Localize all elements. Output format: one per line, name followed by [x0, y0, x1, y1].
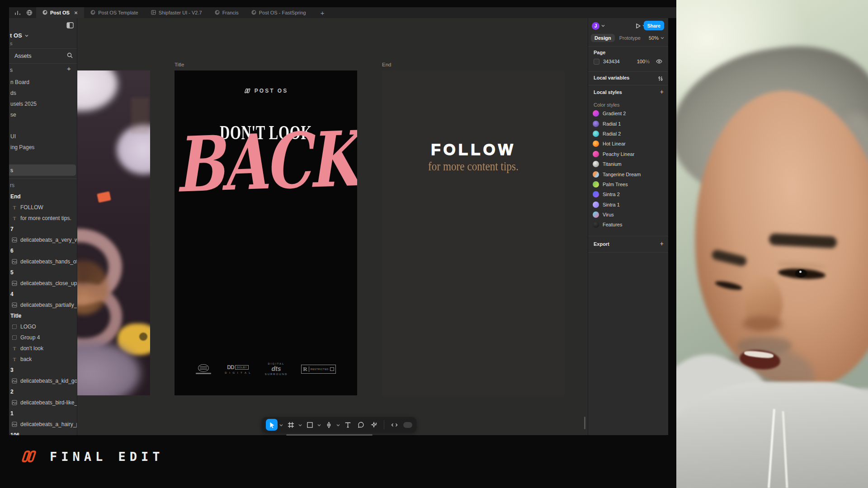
close-icon[interactable]: ✕	[74, 10, 78, 15]
color-style-row[interactable]: Gradient 2	[588, 108, 668, 118]
poster-frame[interactable]: POST OS DON'T LOOK BACK DD DOLBY D I G I…	[175, 70, 357, 395]
layer-row[interactable]: Tback	[9, 354, 77, 365]
chart-icon[interactable]	[14, 9, 21, 16]
layer-row[interactable]: Tdon't look	[9, 343, 77, 354]
tab-francis[interactable]: Francis	[208, 7, 245, 18]
avatar[interactable]: J	[592, 22, 599, 30]
eye-icon[interactable]	[656, 58, 662, 65]
move-tool[interactable]	[266, 419, 278, 431]
layer-row[interactable]: delicatebeats_a_hairy_purple_mo	[9, 419, 77, 430]
layer-row[interactable]: Title	[9, 310, 77, 321]
color-style-row[interactable]: Radial 2	[588, 129, 668, 139]
export-row[interactable]: Export	[594, 241, 609, 247]
layer-row[interactable]: delicatebeats_close_up_of_the_bo	[9, 278, 77, 289]
page-item[interactable]: usels 2025	[9, 99, 77, 109]
page-color-swatch[interactable]	[594, 59, 599, 65]
add-style-button[interactable]: +	[660, 88, 664, 95]
layer-row[interactable]: Group 4	[9, 332, 77, 343]
horizontal-scrollbar[interactable]	[286, 434, 373, 436]
add-page-button[interactable]: +	[67, 65, 71, 72]
search-icon[interactable]	[67, 52, 73, 58]
page-item-selected[interactable]: s	[9, 164, 76, 176]
artwork-thumbnail[interactable]	[77, 70, 150, 395]
tab-prototype[interactable]: Prototype	[619, 35, 641, 41]
layer-row[interactable]: delicatebeats_a_kid_going_up_sta	[9, 375, 77, 386]
color-style-row[interactable]: Sintra 2	[588, 189, 668, 199]
layer-row[interactable]: End	[9, 191, 77, 202]
file-icon	[90, 10, 95, 16]
color-style-row[interactable]: Titanium	[588, 159, 668, 169]
layer-row[interactable]: delicatebeats_bird-like_feet_of_a_	[9, 397, 77, 408]
page-item[interactable]: n Board	[9, 77, 77, 88]
chevron-down-icon[interactable]	[336, 421, 340, 429]
page-color-hex[interactable]: 343434	[603, 59, 620, 64]
panel-toggle-icon[interactable]	[66, 22, 74, 28]
text-tool[interactable]	[342, 419, 354, 431]
file-title[interactable]: t OS	[10, 32, 29, 39]
layer-row[interactable]: 5	[9, 267, 77, 278]
chevron-down-icon[interactable]	[317, 421, 321, 429]
local-variables-row[interactable]: Local variables	[594, 75, 630, 80]
globe-icon[interactable]	[26, 9, 33, 16]
layer-row[interactable]: Tfor more content tips.	[9, 213, 77, 224]
layer-row[interactable]: 7	[9, 224, 77, 235]
play-icon[interactable]	[635, 23, 641, 29]
layer-row[interactable]: LOGO	[9, 321, 77, 332]
share-button[interactable]: Share	[644, 21, 664, 30]
text-icon: T	[12, 346, 17, 351]
page-item[interactable]: ing Pages	[9, 142, 77, 153]
zoom-control[interactable]: 50%	[649, 35, 665, 41]
layer-label: 5	[10, 269, 14, 276]
actions-tool[interactable]	[368, 419, 380, 431]
shape-tool[interactable]	[304, 419, 316, 431]
layer-row[interactable]: delicatebeats_hands_of_a_boy_	[9, 256, 77, 267]
canvas[interactable]: Title POST OS DON'T LOOK BACK DD DOLBY D	[77, 18, 588, 435]
tab-shipfaster-ui-v2-7[interactable]: Shipfaster UI - V2.7	[145, 7, 208, 18]
tab-post-os-fastspring[interactable]: Post OS - FastSpring	[245, 7, 312, 18]
chevron-down-icon[interactable]	[279, 421, 283, 429]
color-style-row[interactable]: Palm Trees	[588, 179, 668, 189]
layer-row[interactable]: 2	[9, 386, 77, 397]
tab-post-os-template[interactable]: Post OS Template	[84, 7, 144, 18]
layer-row[interactable]: 1	[9, 408, 77, 419]
page-item[interactable]: ds	[9, 88, 77, 99]
dev-mode-pill[interactable]	[403, 422, 412, 428]
color-style-row[interactable]: Radial 1	[588, 118, 668, 128]
layer-row[interactable]: delicatebeats_a_very_weird_sce	[9, 235, 77, 245]
layer-row[interactable]: TFOLLOW	[9, 202, 77, 213]
layer-row[interactable]: 3	[9, 365, 77, 375]
page-item[interactable]: UI	[9, 131, 77, 142]
frame-label-end[interactable]: End	[382, 62, 391, 67]
vertical-scrollbar[interactable]	[584, 417, 585, 429]
color-style-row[interactable]: Hot Linear	[588, 139, 668, 149]
chevron-down-icon[interactable]	[601, 24, 605, 28]
frame-label-title[interactable]: Title	[175, 62, 184, 67]
color-style-row[interactable]: Peachy Linear	[588, 149, 668, 159]
color-style-row[interactable]: Sintra 1	[588, 200, 668, 210]
page-color-opacity[interactable]: 100	[637, 59, 645, 64]
layer-row[interactable]: 6	[9, 245, 77, 256]
layer-row[interactable]: 106	[9, 430, 77, 435]
page-item[interactable]	[9, 120, 77, 131]
sliders-icon[interactable]	[658, 76, 663, 81]
color-style-row[interactable]: Tangerine Dream	[588, 169, 668, 179]
add-export-button[interactable]: +	[660, 240, 664, 247]
tab-design[interactable]: Design	[591, 34, 615, 42]
color-style-row[interactable]: Features	[588, 220, 668, 230]
tab-post-os[interactable]: Post OS✕	[36, 7, 84, 18]
layer-row[interactable]: 4	[9, 289, 77, 300]
dev-mode-toggle[interactable]	[388, 419, 400, 431]
chevron-down-icon	[660, 36, 664, 40]
page-color-row[interactable]: 343434 100 %	[594, 58, 663, 65]
new-tab-button[interactable]: +	[321, 9, 325, 17]
layer-row[interactable]: delicatebeats_partially_closed_do	[9, 300, 77, 310]
frame-tool[interactable]	[285, 419, 297, 431]
color-style-row[interactable]: Virus	[588, 210, 668, 220]
local-styles-row[interactable]: Local styles	[594, 89, 622, 95]
chevron-down-icon[interactable]	[298, 421, 302, 429]
comment-tool[interactable]	[355, 419, 367, 431]
tab-assets[interactable]: Assets	[14, 53, 32, 59]
end-frame[interactable]: FOLLOW for more content tips.	[382, 70, 565, 395]
page-item[interactable]: se	[9, 109, 77, 120]
pen-tool[interactable]	[323, 419, 335, 431]
